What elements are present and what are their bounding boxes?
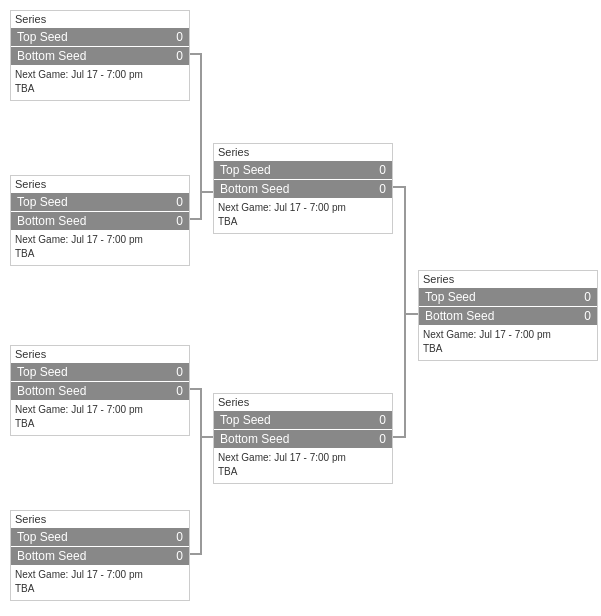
- match-r2m1-top-score: 0: [379, 163, 386, 177]
- bracket-container: Series Top Seed 0 Bottom Seed 0 Next Gam…: [0, 0, 601, 616]
- match-r3m1-bottom-seed: Bottom Seed: [425, 309, 494, 323]
- match-r1m4-location: TBA: [15, 582, 185, 596]
- match-r1m4: Series Top Seed 0 Bottom Seed 0 Next Gam…: [10, 510, 190, 601]
- match-r1m2-bottom-seed: Bottom Seed: [17, 214, 86, 228]
- match-r1m2-top-seed: Top Seed: [17, 195, 68, 209]
- match-r1m2-bottom: Bottom Seed 0: [11, 212, 189, 230]
- match-r1m1-top-score: 0: [176, 30, 183, 44]
- match-r1m1-bottom-seed: Bottom Seed: [17, 49, 86, 63]
- match-r3m1-nextgame: Next Game: Jul 17 - 7:00 pm: [423, 328, 593, 342]
- match-r1m4-nextgame: Next Game: Jul 17 - 7:00 pm: [15, 568, 185, 582]
- match-r1m3-top-seed: Top Seed: [17, 365, 68, 379]
- match-r1m3-label: Series: [11, 346, 189, 362]
- match-r3m1-top: Top Seed 0: [419, 288, 597, 306]
- match-r1m3-nextgame: Next Game: Jul 17 - 7:00 pm: [15, 403, 185, 417]
- match-r2m2-bottom-score: 0: [379, 432, 386, 446]
- match-r2m2-top-seed: Top Seed: [220, 413, 271, 427]
- match-r1m1-top-seed: Top Seed: [17, 30, 68, 44]
- match-r3m1-info: Next Game: Jul 17 - 7:00 pm TBA: [419, 326, 597, 360]
- match-r2m1: Series Top Seed 0 Bottom Seed 0 Next Gam…: [213, 143, 393, 234]
- match-r1m2-bottom-score: 0: [176, 214, 183, 228]
- match-r1m4-top-score: 0: [176, 530, 183, 544]
- match-r2m1-bottom-seed: Bottom Seed: [220, 182, 289, 196]
- match-r2m1-location: TBA: [218, 215, 388, 229]
- match-r1m3-bottom-score: 0: [176, 384, 183, 398]
- match-r2m1-top-seed: Top Seed: [220, 163, 271, 177]
- match-r1m3-location: TBA: [15, 417, 185, 431]
- match-r3m1: Series Top Seed 0 Bottom Seed 0 Next Gam…: [418, 270, 598, 361]
- match-r2m1-top: Top Seed 0: [214, 161, 392, 179]
- match-r1m4-bottom-seed: Bottom Seed: [17, 549, 86, 563]
- match-r1m4-bottom-score: 0: [176, 549, 183, 563]
- match-r1m2-label: Series: [11, 176, 189, 192]
- match-r1m2-location: TBA: [15, 247, 185, 261]
- match-r3m1-location: TBA: [423, 342, 593, 356]
- match-r2m2-top: Top Seed 0: [214, 411, 392, 429]
- match-r1m4-bottom: Bottom Seed 0: [11, 547, 189, 565]
- match-r2m1-nextgame: Next Game: Jul 17 - 7:00 pm: [218, 201, 388, 215]
- match-r1m4-top-seed: Top Seed: [17, 530, 68, 544]
- match-r1m2-info: Next Game: Jul 17 - 7:00 pm TBA: [11, 231, 189, 265]
- match-r2m2-bottom: Bottom Seed 0: [214, 430, 392, 448]
- match-r1m4-top: Top Seed 0: [11, 528, 189, 546]
- match-r2m1-bottom: Bottom Seed 0: [214, 180, 392, 198]
- match-r2m1-info: Next Game: Jul 17 - 7:00 pm TBA: [214, 199, 392, 233]
- match-r1m3: Series Top Seed 0 Bottom Seed 0 Next Gam…: [10, 345, 190, 436]
- match-r3m1-bottom-score: 0: [584, 309, 591, 323]
- match-r1m1-label: Series: [11, 11, 189, 27]
- match-r2m2: Series Top Seed 0 Bottom Seed 0 Next Gam…: [213, 393, 393, 484]
- match-r2m2-info: Next Game: Jul 17 - 7:00 pm TBA: [214, 449, 392, 483]
- match-r1m4-info: Next Game: Jul 17 - 7:00 pm TBA: [11, 566, 189, 600]
- match-r1m3-info: Next Game: Jul 17 - 7:00 pm TBA: [11, 401, 189, 435]
- match-r3m1-top-seed: Top Seed: [425, 290, 476, 304]
- match-r1m2-top-score: 0: [176, 195, 183, 209]
- match-r2m2-top-score: 0: [379, 413, 386, 427]
- match-r2m2-location: TBA: [218, 465, 388, 479]
- match-r1m1-nextgame: Next Game: Jul 17 - 7:00 pm: [15, 68, 185, 82]
- match-r2m1-label: Series: [214, 144, 392, 160]
- match-r3m1-bottom: Bottom Seed 0: [419, 307, 597, 325]
- match-r1m1-location: TBA: [15, 82, 185, 96]
- match-r1m3-bottom: Bottom Seed 0: [11, 382, 189, 400]
- match-r3m1-label: Series: [419, 271, 597, 287]
- match-r2m1-bottom-score: 0: [379, 182, 386, 196]
- match-r1m2-top: Top Seed 0: [11, 193, 189, 211]
- match-r1m2: Series Top Seed 0 Bottom Seed 0 Next Gam…: [10, 175, 190, 266]
- match-r1m1: Series Top Seed 0 Bottom Seed 0 Next Gam…: [10, 10, 190, 101]
- match-r1m3-top-score: 0: [176, 365, 183, 379]
- match-r1m1-bottom: Bottom Seed 0: [11, 47, 189, 65]
- match-r1m3-bottom-seed: Bottom Seed: [17, 384, 86, 398]
- match-r1m1-info: Next Game: Jul 17 - 7:00 pm TBA: [11, 66, 189, 100]
- match-r2m2-nextgame: Next Game: Jul 17 - 7:00 pm: [218, 451, 388, 465]
- match-r3m1-top-score: 0: [584, 290, 591, 304]
- match-r1m3-top: Top Seed 0: [11, 363, 189, 381]
- match-r1m1-bottom-score: 0: [176, 49, 183, 63]
- match-r1m4-label: Series: [11, 511, 189, 527]
- match-r2m2-label: Series: [214, 394, 392, 410]
- match-r1m1-top: Top Seed 0: [11, 28, 189, 46]
- match-r1m2-nextgame: Next Game: Jul 17 - 7:00 pm: [15, 233, 185, 247]
- match-r2m2-bottom-seed: Bottom Seed: [220, 432, 289, 446]
